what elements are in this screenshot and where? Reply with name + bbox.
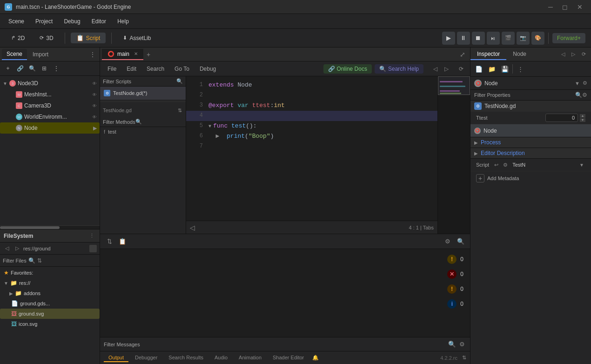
fs-icon-svg[interactable]: 🖼 icon.svg <box>0 319 100 329</box>
filter-files-search-icon[interactable]: 🔍 <box>28 257 35 264</box>
group-button[interactable]: ⊞ <box>39 63 49 74</box>
tab-expand-button[interactable]: ⤢ <box>457 50 468 59</box>
output-tab-mute-icon[interactable]: 🔔 <box>312 355 319 361</box>
menu-debug[interactable]: Debug <box>59 16 85 27</box>
output-tab-shader-editor[interactable]: Shader Editor <box>268 354 309 362</box>
window-controls[interactable]: ─ ◻ ✕ <box>544 3 586 11</box>
filter-prop-search-icon[interactable]: 🔍 <box>575 92 582 98</box>
output-tab-audio[interactable]: Audio <box>210 354 232 362</box>
link-node-button[interactable]: 🔗 <box>15 63 25 74</box>
worldenv-visibility-icon[interactable]: 👁 <box>92 115 97 120</box>
search-help-button[interactable]: 🔍 Search Help <box>375 64 423 74</box>
play-button[interactable]: ▶ <box>442 32 455 45</box>
inspector-new-script[interactable]: 📄 <box>473 63 484 74</box>
inspector-options[interactable]: ⋮ <box>515 63 526 74</box>
close-button[interactable]: ✕ <box>573 3 586 11</box>
script-settings-button[interactable]: ⚙ <box>501 161 510 169</box>
fs-favorites[interactable]: ★ Favorites: <box>0 268 100 278</box>
stop-button[interactable]: ⏹ <box>472 32 485 45</box>
meshinst-visibility-icon[interactable]: 👁 <box>92 92 97 97</box>
render-button[interactable]: 🎨 <box>531 32 544 45</box>
output-tab-animation[interactable]: Animation <box>234 354 266 362</box>
filesystem-menu-button[interactable]: ⋮ <box>87 232 96 240</box>
script-button[interactable]: 📋 Script <box>71 33 106 43</box>
tab-node[interactable]: Node <box>506 49 533 60</box>
editor-description-section[interactable]: ▶ Editor Description <box>470 148 591 159</box>
tree-item-worldenv[interactable]: ▶ W WorldEnvironm... 👁 <box>0 111 100 122</box>
script-item-testnode[interactable]: ⚙ TestNode.gd(*) <box>100 87 186 100</box>
camera3d-visibility-icon[interactable]: 👁 <box>92 103 97 108</box>
fs-ground-gds[interactable]: 📄 ground.gds... <box>0 298 100 309</box>
ttest-spin-up[interactable]: ▲ <box>580 114 585 118</box>
maximize-button[interactable]: ◻ <box>558 3 571 11</box>
tab-main[interactable]: ⭕ main ✕ <box>102 49 143 60</box>
filter-messages-search-icon[interactable]: 🔍 <box>448 340 456 349</box>
step-button[interactable]: ⏯ <box>487 32 500 45</box>
output-filter-button[interactable]: ⚙ <box>442 236 453 247</box>
node-dropdown-button[interactable]: ▼ <box>575 81 580 86</box>
menu-scene[interactable]: Scene <box>4 16 29 27</box>
fs-root-arrow[interactable]: ▼ <box>4 281 8 286</box>
tree-item-meshinst[interactable]: ▶ M MeshInst... 👁 <box>0 89 100 100</box>
pause-button[interactable]: ⏸ <box>457 32 470 45</box>
tab-scene[interactable]: Scene <box>2 49 27 60</box>
assetlib-button[interactable]: ⬇ AssetLib <box>117 33 156 43</box>
script-search-button[interactable]: Search <box>143 64 168 74</box>
script-item-testnode-2[interactable]: TestNode.gd ⇅ <box>100 104 186 117</box>
ttest-spin-down[interactable]: ▼ <box>580 118 585 122</box>
3d-button[interactable]: ⟳ 3D <box>34 33 59 43</box>
code-footer-left-arrow[interactable]: ◁ <box>190 224 195 231</box>
script-debug-button[interactable]: Debug <box>196 64 220 74</box>
script-history-button[interactable]: ⟳ <box>456 64 466 74</box>
scene-menu-icon[interactable]: ⋮ <box>87 51 98 58</box>
menu-editor[interactable]: Editor <box>87 16 111 27</box>
node-settings-button[interactable]: ⚙ <box>583 80 587 86</box>
tab-main-close[interactable]: ✕ <box>134 51 138 56</box>
filter-methods-icon[interactable]: 🔍 <box>135 119 142 125</box>
filter-scripts-icon[interactable]: 🔍 <box>176 78 183 84</box>
add-metadata-plus-icon[interactable]: + <box>476 174 484 182</box>
tree-item-node[interactable]: ▶ N Node ▶ <box>0 122 100 134</box>
output-search-icon-button[interactable]: 🔍 <box>455 236 466 247</box>
output-tab-output[interactable]: Output <box>104 354 128 362</box>
filter-files-sort-icon[interactable]: ⇅ <box>37 257 42 264</box>
script-dropdown-button[interactable]: ▼ <box>578 161 585 169</box>
script-edit-button[interactable]: Edit <box>123 64 140 74</box>
output-tab-search-results[interactable]: Search Results <box>164 354 208 362</box>
tab-import[interactable]: Import <box>28 49 53 60</box>
fs-forward-button[interactable]: ▷ <box>13 244 21 253</box>
inspector-nav-forward[interactable]: ▷ <box>569 50 578 59</box>
filter-messages-options-icon[interactable]: ⚙ <box>458 340 466 349</box>
forward-plus-button[interactable]: Forward+ <box>552 33 585 43</box>
menu-help[interactable]: Help <box>113 16 134 27</box>
fs-back-button[interactable]: ◁ <box>3 244 11 253</box>
output-collapse-button[interactable]: ⇅ <box>104 236 115 247</box>
node3d-visibility-icon[interactable]: 👁 <box>92 81 97 86</box>
testnode-section-header[interactable]: ⚙ TestNode.gd <box>470 101 591 112</box>
fs-root[interactable]: ▼ 📁 res:// <box>0 278 100 288</box>
script-file-button[interactable]: File <box>104 64 120 74</box>
fs-addons-arrow[interactable]: ▶ <box>9 291 13 296</box>
scene-tree-hscroll-thumb[interactable] <box>0 226 60 229</box>
process-section[interactable]: ▶ Process <box>470 137 591 148</box>
tree-item-camera3d[interactable]: ▶ C Camera3D 👁 <box>0 100 100 111</box>
output-tab-debugger[interactable]: Debugger <box>130 354 162 362</box>
inspector-open-folder[interactable]: 📁 <box>486 63 497 74</box>
scene-options-button[interactable]: ⋮ <box>51 63 61 74</box>
script-goto-button[interactable]: Go To <box>171 64 193 74</box>
node-arrow-icon[interactable]: ▶ <box>93 125 97 131</box>
movie-button[interactable]: 🎬 <box>502 32 515 45</box>
output-copy-button[interactable]: 📋 <box>117 236 128 247</box>
inspector-nav-back[interactable]: ◁ <box>558 50 568 59</box>
testnode-2-icon[interactable]: ⇅ <box>178 108 182 114</box>
2d-button[interactable]: ↱ 2D <box>6 33 30 43</box>
tree-item-node3d[interactable]: ▼ 3 Node3D 👁 <box>0 78 100 89</box>
method-test[interactable]: f test <box>100 127 186 136</box>
code-content[interactable]: 1 extends Node 2 3 @export var ttest:int <box>186 76 437 221</box>
add-tab-button[interactable]: + <box>143 49 154 60</box>
script-undo-button[interactable]: ↩ <box>492 161 500 169</box>
minimize-button[interactable]: ─ <box>544 3 557 11</box>
ttest-input[interactable] <box>545 114 578 122</box>
search-scene-button[interactable]: 🔍 <box>27 63 37 74</box>
inspector-save[interactable]: 💾 <box>499 63 510 74</box>
